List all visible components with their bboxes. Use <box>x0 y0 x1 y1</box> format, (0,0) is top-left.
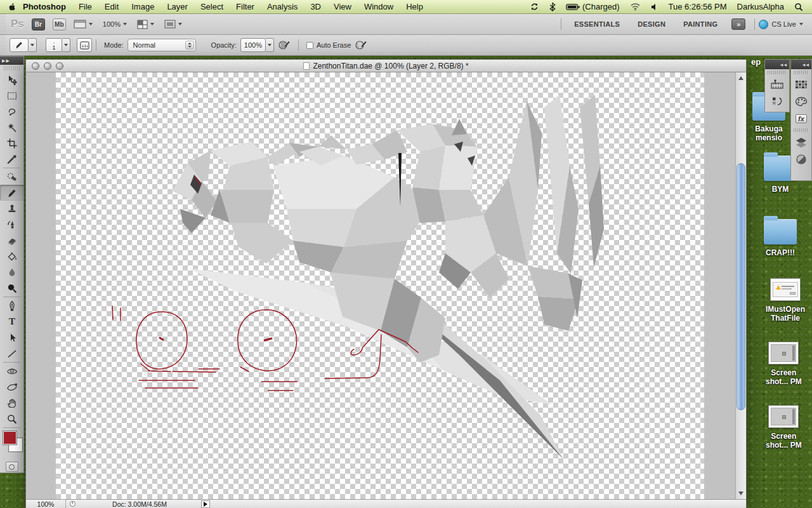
swatches-panel-button[interactable] <box>791 76 811 93</box>
document-status-bar: 100% Doc: 3.00M/4.56M <box>26 499 746 508</box>
menu-layer[interactable]: Layer <box>160 0 194 13</box>
canvas[interactable] <box>56 72 704 499</box>
dock-grip[interactable] <box>794 70 809 74</box>
desktop-icon-screenshot-2[interactable]: Screenshot... PM <box>766 405 802 450</box>
bluetooth-icon[interactable] <box>544 2 561 11</box>
desktop-icon-crap[interactable]: CRAP!!! <box>764 219 797 257</box>
screen-mode-dropdown[interactable] <box>164 20 182 29</box>
workspace-essentials[interactable]: ESSENTIALS <box>565 20 629 28</box>
menu-user[interactable]: DarkusAlpha <box>732 2 789 11</box>
checkbox-icon <box>306 42 313 49</box>
chevron-down-icon <box>799 23 803 25</box>
sync-icon[interactable] <box>525 2 544 11</box>
menu-edit[interactable]: Edit <box>98 0 125 13</box>
paint-bucket-tool[interactable] <box>0 248 24 264</box>
workspace-design[interactable]: DESIGN <box>629 20 674 28</box>
spot-healing-tool[interactable] <box>0 169 24 185</box>
menu-file[interactable]: File <box>72 0 98 13</box>
auto-erase-checkbox[interactable]: Auto Erase <box>306 41 351 49</box>
menu-help[interactable]: Help <box>400 0 429 13</box>
menu-select[interactable]: Select <box>194 0 230 13</box>
3d-rotate-tool[interactable] <box>0 363 24 379</box>
dock-grip[interactable] <box>768 70 787 74</box>
styles-panel-button[interactable]: fx <box>791 110 811 127</box>
vertical-scrollbar[interactable] <box>735 72 746 499</box>
zoom-tool[interactable] <box>0 411 24 427</box>
apple-icon[interactable] <box>8 2 16 11</box>
divider <box>96 39 96 51</box>
menu-view[interactable]: View <box>327 0 358 13</box>
mode-select[interactable]: Normal <box>128 39 196 51</box>
history-panel-button[interactable] <box>765 93 789 110</box>
move-tool[interactable] <box>0 72 24 88</box>
crop-tool[interactable] <box>0 135 24 151</box>
animation-panel-button[interactable] <box>765 76 789 93</box>
foreground-color-swatch[interactable] <box>3 431 16 444</box>
tools-panel-collapse-button[interactable]: ▶▶ <box>0 57 23 65</box>
mini-bridge-button[interactable]: Mb <box>53 18 66 30</box>
view-extras-dropdown[interactable] <box>74 19 93 29</box>
color-panel-button[interactable] <box>791 93 811 110</box>
bridge-button[interactable]: Br <box>32 18 45 30</box>
hand-tool[interactable] <box>0 395 24 411</box>
burn-tool[interactable] <box>0 280 24 296</box>
cs-live-dropdown[interactable]: CS Live <box>759 20 812 29</box>
optionsbar-grip[interactable] <box>0 35 6 55</box>
pen-tool[interactable] <box>0 298 24 314</box>
tablet-opacity-icon[interactable] <box>278 39 291 51</box>
styles-fx-icon: fx <box>796 114 807 123</box>
wifi-icon[interactable] <box>625 3 646 11</box>
appbar-grip[interactable] <box>0 14 6 34</box>
airbrush-icon[interactable] <box>355 39 367 51</box>
chevron-down-icon <box>150 23 154 25</box>
status-options-button[interactable] <box>201 500 210 508</box>
chevron-down-icon <box>123 23 127 25</box>
workspace-painting[interactable]: PAINTING <box>674 20 726 28</box>
zoom-level-dropdown[interactable]: 100% <box>103 20 127 28</box>
adjustments-panel-button[interactable] <box>791 150 811 168</box>
blur-tool[interactable] <box>0 264 24 280</box>
menu-app-name[interactable]: Photoshop <box>16 0 72 13</box>
menu-analysis[interactable]: Analysis <box>261 0 304 13</box>
battery-status[interactable]: (Charged) <box>561 2 625 11</box>
desktop-icon-screenshot-1[interactable]: Screenshot... PM <box>766 342 802 386</box>
path-selection-tool[interactable] <box>0 330 24 345</box>
toggle-brush-panel-button[interactable] <box>77 38 92 52</box>
lasso-tool[interactable] <box>0 104 24 119</box>
scroll-down-button[interactable] <box>736 489 746 498</box>
3d-orbit-tool[interactable] <box>0 379 24 395</box>
vertical-scroll-thumb[interactable] <box>737 163 745 410</box>
type-tool[interactable]: T <box>0 314 24 330</box>
eraser-tool[interactable] <box>0 232 24 248</box>
chevron-down-icon <box>178 23 182 25</box>
line-tool[interactable] <box>0 345 24 361</box>
layers-panel-button[interactable] <box>791 133 811 150</box>
tools-panel-grip[interactable] <box>4 66 20 70</box>
rectangular-marquee-tool[interactable] <box>0 88 24 104</box>
opacity-dropdown[interactable]: 100% <box>240 38 274 52</box>
menu-3d[interactable]: 3D <box>304 0 327 13</box>
status-zoom-field[interactable]: 100% <box>26 500 65 508</box>
arrange-documents-dropdown[interactable] <box>137 20 154 29</box>
menu-filter[interactable]: Filter <box>230 0 261 13</box>
magic-wand-tool[interactable] <box>0 119 24 135</box>
brush-size-picker[interactable]: · 1 <box>46 38 70 52</box>
history-brush-tool[interactable] <box>0 217 24 232</box>
spotlight-icon[interactable] <box>789 3 812 11</box>
scroll-up-button[interactable] <box>736 74 746 83</box>
dock-grip[interactable] <box>794 128 809 132</box>
quick-mask-button[interactable] <box>6 462 18 472</box>
menu-clock[interactable]: Tue 6:26:56 PM <box>664 2 732 11</box>
workspace-overflow-button[interactable]: » <box>731 18 745 30</box>
clone-stamp-tool[interactable] <box>0 201 24 217</box>
eyedropper-tool[interactable] <box>0 151 24 167</box>
document-title-bar[interactable]: ZenthonTitan.dae @ 100% (Layer 2, RGB/8)… <box>26 60 746 72</box>
desktop-icon-imustopen[interactable]: IMustOpenThatFile <box>766 278 805 323</box>
dock-collapse-button[interactable]: ◀◀ <box>765 60 789 69</box>
pencil-tool[interactable] <box>0 185 24 201</box>
volume-icon[interactable] <box>646 3 664 11</box>
menu-window[interactable]: Window <box>358 0 400 13</box>
dock-collapse-button[interactable]: ◀◀ <box>791 60 811 69</box>
tool-preset-picker[interactable] <box>7 38 37 52</box>
menu-image[interactable]: Image <box>125 0 160 13</box>
